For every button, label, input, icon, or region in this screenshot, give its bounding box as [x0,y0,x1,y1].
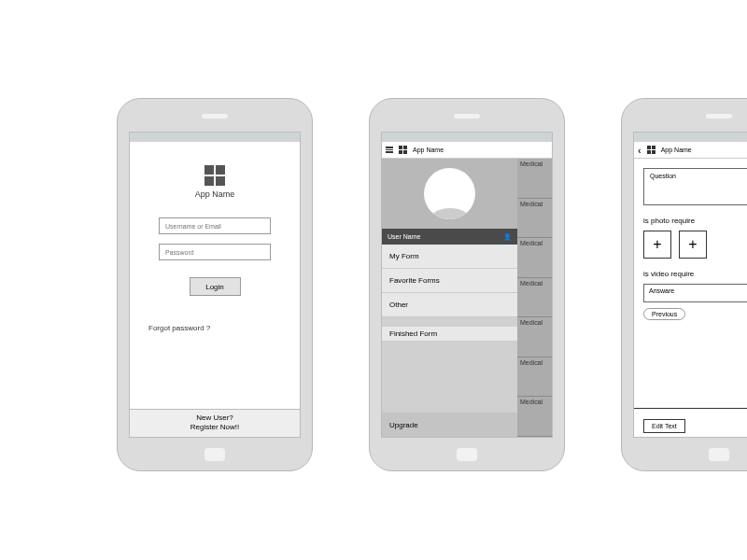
avatar-icon [424,168,475,219]
back-icon[interactable]: ‹ [638,145,641,156]
drawer-screen: App Name User Name 👤 My Form Favorite Fo… [381,132,553,438]
phone-frame-form: ‹ App Name Question is photo require + +… [621,98,747,471]
answer-input[interactable]: Answare [643,284,747,302]
app-logo-icon [399,146,407,154]
phone-speaker [706,114,732,119]
phone-home-button [457,448,477,461]
app-logo-icon [647,146,655,154]
user-row[interactable]: User Name 👤 [382,229,517,245]
login-screen: App Name Login Forgot password ? New Use… [129,132,301,438]
upgrade-button[interactable]: Upgrade [382,413,517,437]
video-required-label: is video require [643,270,747,278]
photo-required-label: is photo require [643,217,747,225]
forgot-password-link[interactable]: Forgot password ? [148,324,210,332]
question-label: Question [650,173,676,179]
top-bar: App Name [382,142,552,159]
register-bar[interactable]: New User? Register Now!! [130,409,300,437]
top-bar: ‹ App Name [634,142,747,159]
category-item[interactable]: Medical [517,238,552,278]
login-button[interactable]: Login [190,277,241,296]
add-photo-button-2[interactable]: + [679,231,707,259]
add-photo-button[interactable]: + [643,231,671,259]
phone-frame-login: App Name Login Forgot password ? New Use… [117,98,313,471]
status-bar [634,133,747,142]
category-item[interactable]: Medical [517,199,552,239]
app-logo-icon [204,165,225,186]
nav-item-my-form[interactable]: My Form [382,245,517,269]
category-item[interactable]: Medical [517,159,552,199]
question-input[interactable]: Question [643,168,747,205]
user-icon: 👤 [503,233,512,241]
drawer-spacer [382,342,517,413]
form-screen: ‹ App Name Question is photo require + +… [633,132,747,438]
separator [634,408,747,409]
nav-item-other[interactable]: Other [382,293,517,317]
previous-button[interactable]: Previous [643,308,685,320]
phone-frame-drawer: App Name User Name 👤 My Form Favorite Fo… [369,98,565,471]
app-name-label: App Name [195,189,235,199]
username-input[interactable] [159,217,271,234]
user-name-label: User Name [388,233,420,240]
app-name-label: App Name [413,147,444,153]
edit-text-button[interactable]: Edit Text [643,419,685,433]
nav-drawer: User Name 👤 My Form Favorite Forms Other… [382,159,517,437]
password-input[interactable] [159,244,271,260]
register-now-link[interactable]: Register Now!! [130,423,300,432]
phone-speaker [454,114,480,119]
nav-item-finished-form[interactable]: Finished Form [382,317,517,342]
avatar-zone [382,159,517,229]
category-item[interactable]: Medical [517,278,552,318]
answer-label: Answare [649,287,674,294]
phone-home-button [709,448,729,461]
category-item[interactable]: Medical [517,317,552,357]
phone-home-button [204,448,225,461]
nav-item-favorite-forms[interactable]: Favorite Forms [382,269,517,293]
category-column: Medical Medical Medical Medical Medical … [517,159,552,437]
status-bar [130,133,300,142]
new-user-label: New User? [130,413,300,423]
status-bar [382,133,552,142]
hamburger-icon[interactable] [386,147,393,153]
app-name-label: App Name [661,147,692,153]
phone-speaker [202,114,228,119]
category-item[interactable]: Medical [517,397,552,437]
category-item[interactable]: Medical [517,357,552,398]
